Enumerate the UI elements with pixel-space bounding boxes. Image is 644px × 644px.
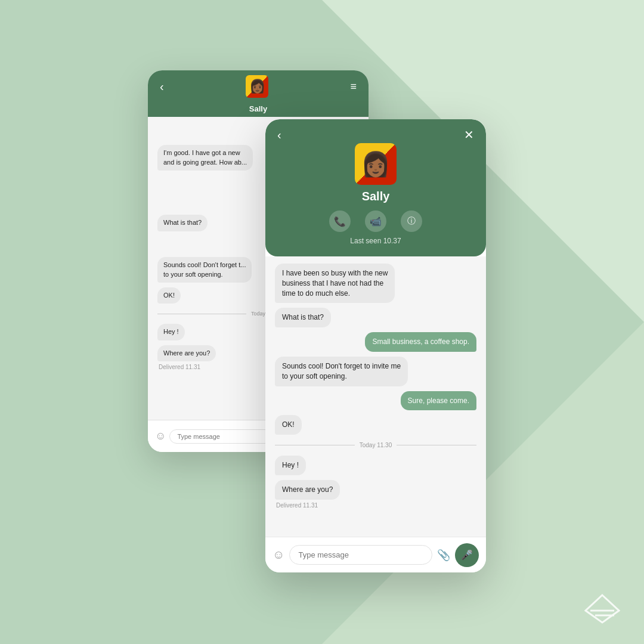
profile-actions: 📞 📹 ⓘ (329, 210, 422, 232)
profile-close-button[interactable]: ✕ (464, 128, 474, 142)
scene: ‹ 👩🏾 ≡ Sally How are you? I'm good. I ha… (0, 0, 644, 644)
brand-logo (584, 594, 620, 626)
back-emoji-icon[interactable]: ☺ (155, 430, 166, 442)
info-icon: ⓘ (407, 216, 416, 227)
front-date-divider: Today 11.30 (275, 442, 476, 448)
front-msg-5: Sure, please come. (275, 391, 476, 411)
video-icon: 📹 (370, 216, 382, 227)
front-mic-button[interactable]: 🎤 (455, 543, 479, 567)
front-msg-8: Where are you? (275, 480, 476, 500)
profile-card: ‹ ✕ 👩🏾 Sally 📞 📹 ⓘ Last seen 10.37 (265, 119, 486, 256)
back-avatar: 👩🏾 (246, 75, 268, 98)
call-icon: 📞 (334, 216, 346, 227)
profile-contact-name: Sally (362, 190, 390, 203)
front-delivered: Delivered 11.31 (275, 502, 476, 509)
phone-front: ‹ ✕ 👩🏾 Sally 📞 📹 ⓘ Last seen 10.37 (265, 119, 486, 572)
menu-icon[interactable]: ≡ (350, 80, 357, 93)
info-action-button[interactable]: ⓘ (401, 210, 422, 232)
video-action-button[interactable]: 📹 (365, 210, 386, 232)
back-contact-name: Sally (249, 104, 267, 113)
front-attach-icon[interactable]: 📎 (437, 549, 450, 562)
front-chat-area: I have been so busy with the newbusiness… (265, 256, 486, 537)
back-arrow-icon[interactable]: ‹ (160, 80, 164, 94)
call-action-button[interactable]: 📞 (329, 210, 351, 232)
profile-last-seen: Last seen 10.37 (350, 237, 401, 245)
profile-nav-row: ‹ ✕ (265, 128, 486, 142)
front-msg-3: Small business, a coffee shop. (275, 332, 476, 352)
svg-marker-0 (586, 595, 619, 623)
profile-back-button[interactable]: ‹ (277, 128, 281, 142)
front-emoji-icon[interactable]: ☺ (273, 548, 284, 562)
mic-icon: 🎤 (461, 549, 473, 561)
front-msg-2: What is that? (275, 308, 476, 327)
front-input-bar: ☺ 📎 🎤 (265, 537, 486, 572)
profile-avatar: 👩🏾 (355, 143, 397, 185)
front-msg-4: Sounds cool! Don't forget to invite meto… (275, 357, 476, 386)
front-msg-6: OK! (275, 415, 476, 435)
front-msg-1: I have been so busy with the newbusiness… (275, 264, 476, 303)
front-msg-7: Hey ! (275, 456, 476, 475)
back-header: ‹ 👩🏾 ≡ Sally (148, 70, 369, 117)
front-message-input[interactable] (289, 545, 432, 565)
